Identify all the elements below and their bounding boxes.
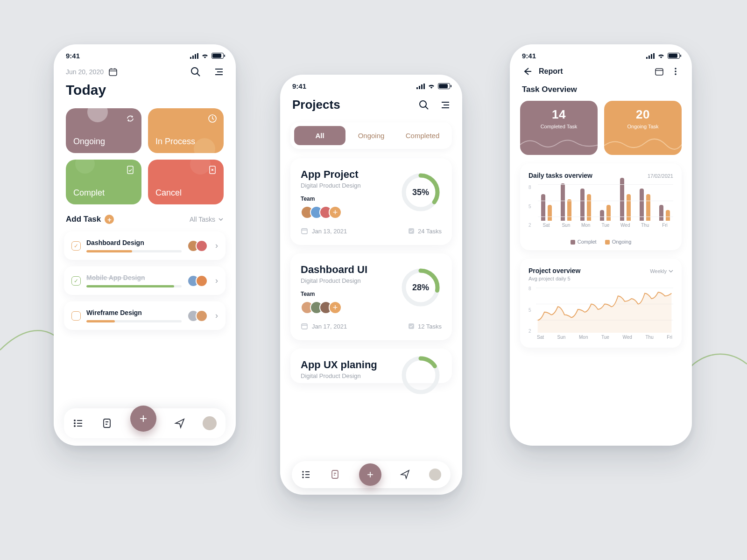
task-row[interactable]: ✓ Dashboard Design › (64, 231, 226, 260)
check-file-icon (126, 165, 135, 175)
task-row[interactable]: ✓ Mobile App Design › (64, 266, 226, 295)
project-card[interactable]: App UX planing Digital Product Design (290, 349, 452, 383)
menu-icon[interactable] (439, 99, 450, 111)
tab-notes-icon[interactable] (330, 469, 340, 480)
calendar-icon[interactable] (655, 67, 664, 76)
add-task-button[interactable]: Add Task + (66, 215, 114, 224)
svg-rect-28 (423, 84, 425, 89)
panel-subtitle: Avg project daily 5 (529, 276, 580, 281)
svg-rect-57 (651, 54, 652, 59)
status-bar: 9:41 (54, 44, 236, 63)
menu-icon[interactable] (212, 66, 224, 77)
wifi-icon (657, 53, 665, 59)
svg-rect-4 (109, 69, 117, 76)
filter-dropdown[interactable]: Weekly (650, 268, 673, 274)
assignee-avatars (187, 310, 208, 322)
clock-icon (208, 114, 217, 123)
stat-card-completed[interactable]: 14 Completed Task (520, 101, 598, 155)
svg-point-17 (74, 422, 76, 424)
calendar-icon[interactable] (108, 67, 118, 77)
svg-point-61 (675, 68, 677, 70)
checkbox-icon[interactable]: ✓ (71, 241, 81, 251)
tab-list-icon[interactable] (301, 469, 311, 480)
checkbox-icon[interactable]: ✓ (71, 276, 81, 286)
tab-list-icon[interactable] (73, 418, 84, 429)
section-title: Task Overview (510, 77, 692, 94)
fab-add-button[interactable]: + (359, 463, 381, 486)
tab-ongoing[interactable]: Ongoing (345, 126, 397, 145)
svg-point-8 (191, 68, 198, 74)
card-label: Cancel (155, 188, 182, 198)
add-member-button[interactable]: + (329, 301, 342, 314)
tab-completed[interactable]: Completed (397, 126, 448, 145)
project-card[interactable]: App Project Digital Product Design Team … (290, 158, 452, 245)
search-icon[interactable] (190, 66, 201, 77)
svg-point-46 (302, 471, 304, 473)
chevron-right-icon: › (215, 311, 218, 321)
tab-profile-avatar[interactable] (203, 416, 217, 430)
project-card[interactable]: Dashboard UI Digital Product Design Team… (290, 253, 452, 340)
project-tabs: All Ongoing Completed (290, 122, 452, 149)
svg-rect-0 (190, 57, 191, 59)
tab-all[interactable]: All (294, 126, 345, 145)
svg-line-9 (197, 73, 200, 76)
add-member-button[interactable]: + (329, 206, 342, 219)
tab-send-icon[interactable] (400, 469, 410, 480)
status-time: 9:41 (522, 52, 536, 60)
date-text: Jun 20, 2020 (66, 68, 104, 76)
tab-send-icon[interactable] (174, 418, 185, 429)
bottom-tabbar: + (64, 408, 226, 438)
chart-legend: Complet Ongoing (529, 239, 673, 245)
filter-label: All Tasks (190, 216, 215, 223)
project-task-count: 12 Tasks (408, 322, 442, 330)
svg-rect-34 (302, 229, 307, 234)
page-title: Projects (292, 98, 340, 112)
card-ongoing[interactable]: Ongoing (66, 108, 141, 153)
progress-ring (400, 354, 442, 396)
screen-today: 9:41 Jun 20, 2020 Today Ongoing (54, 44, 236, 446)
svg-rect-26 (419, 86, 420, 89)
card-inprocess[interactable]: In Process (148, 108, 224, 153)
signal-icon (646, 53, 655, 59)
search-icon[interactable] (418, 99, 430, 111)
wifi-icon (428, 84, 435, 89)
project-task-count: 24 Tasks (408, 227, 442, 235)
svg-rect-2 (195, 54, 196, 59)
svg-point-63 (675, 73, 677, 75)
card-cancel[interactable]: Cancel (148, 160, 224, 204)
more-vertical-icon[interactable] (671, 67, 680, 76)
svg-point-62 (675, 70, 677, 72)
stat-value: 14 (520, 107, 598, 122)
back-arrow-icon[interactable] (522, 66, 532, 77)
svg-rect-39 (302, 324, 307, 329)
refresh-icon (126, 114, 135, 123)
screen-report: 9:41 Report Task Overview 14 Completed T… (510, 44, 692, 446)
svg-rect-56 (648, 56, 650, 59)
stat-label: Ongoing Task (604, 124, 682, 129)
chevron-right-icon: › (215, 241, 218, 251)
wave-decoration (520, 135, 598, 152)
tab-profile-avatar[interactable] (429, 469, 441, 481)
svg-line-30 (425, 106, 428, 109)
svg-rect-22 (104, 419, 110, 427)
card-complete[interactable]: Complet (66, 160, 141, 204)
svg-rect-58 (653, 53, 655, 59)
status-time: 9:41 (66, 52, 80, 60)
svg-rect-27 (421, 84, 423, 89)
project-date: Jan 17, 2021 (301, 322, 347, 330)
stat-card-ongoing[interactable]: 20 Ongoing Task (604, 101, 682, 155)
status-bar: 9:41 (280, 75, 462, 93)
signal-icon (190, 53, 198, 59)
page-title: Today (66, 82, 224, 98)
svg-rect-59 (655, 69, 663, 75)
filter-all-tasks[interactable]: All Tasks (190, 216, 224, 223)
chevron-down-icon (669, 269, 673, 273)
fab-add-button[interactable]: + (130, 406, 156, 432)
checkbox-icon[interactable] (71, 311, 81, 321)
daily-tasks-panel: Daily tasks overview 17/02/2021 852 SatS… (520, 163, 682, 250)
tab-notes-icon[interactable] (101, 418, 113, 429)
cancel-file-icon (208, 165, 217, 175)
wifi-icon (201, 53, 209, 59)
task-row[interactable]: Wireframe Design › (64, 301, 226, 330)
check-icon (408, 227, 415, 235)
